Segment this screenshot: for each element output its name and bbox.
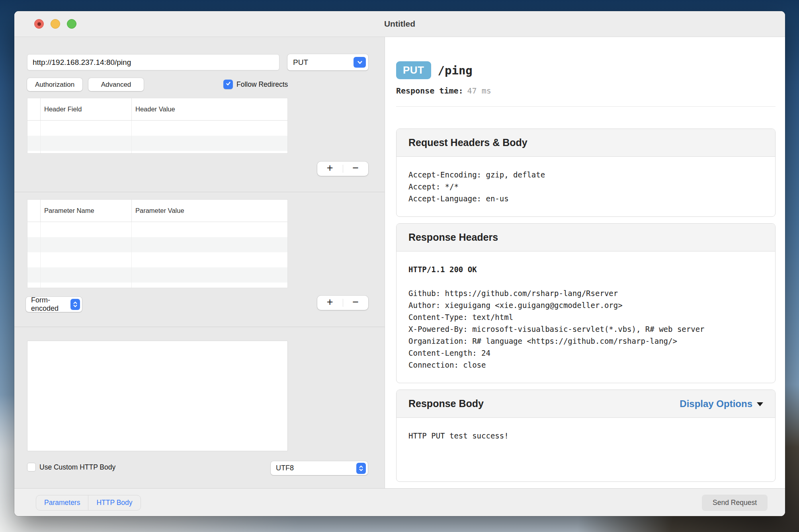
up-down-chevrons-icon [70,299,80,310]
follow-redirects-checkbox-row: Follow Redirects [223,80,288,89]
response-time-value: 47 ms [467,86,491,95]
params-table-gutter [27,200,41,222]
authorization-button[interactable]: Authorization [27,78,82,91]
table-row[interactable] [27,222,287,237]
response-header-line: Organization: R# language <https://githu… [408,335,763,347]
response-body-text: HTTP PUT test success! [408,430,763,442]
parameters-link[interactable]: Parameters [36,495,88,510]
remove-param-button[interactable]: − [343,296,369,310]
response-time: Response time:47 ms [396,86,776,95]
url-input[interactable] [27,54,279,70]
window-title: Untitled [14,11,785,37]
table-row[interactable] [27,267,287,283]
table-row[interactable] [27,121,287,136]
response-headers-card: Response Headers HTTP/1.1 200 OK Github:… [396,223,776,383]
status-line: HTTP/1.1 200 OK [408,263,763,275]
response-header-line: Connection: close [408,359,763,371]
custom-body-checkbox-row: Use Custom HTTP Body [27,463,115,472]
follow-redirects-label: Follow Redirects [236,80,288,89]
response-header-line: X-Powered-By: microsoft-visualbasic-serv… [408,323,763,335]
headers-table-col-field: Header Field [41,98,132,120]
section-divider [14,192,385,192]
remove-header-button[interactable]: − [343,162,369,176]
request-header-line: Accept-Language: en-us [408,193,763,205]
response-time-label: Response time: [396,86,463,95]
request-header-line: Accept: */* [408,181,763,193]
table-row[interactable] [27,237,287,252]
add-param-button[interactable]: + [317,296,343,310]
response-headers-card-body: HTTP/1.1 200 OK Github: https://github.c… [397,251,775,383]
request-header-line: Accept-Encoding: gzip, deflate [408,169,763,181]
charset-select-value: UTF8 [276,464,356,472]
use-custom-http-body-checkbox[interactable] [27,463,36,472]
titlebar: Untitled [14,11,785,37]
params-add-remove-control: + − [317,296,368,310]
add-header-button[interactable]: + [317,162,343,176]
request-headers-card-body: Accept-Encoding: gzip, deflate Accept: *… [397,157,775,216]
response-body-card-header: Response Body Display Options [397,390,775,418]
request-params-table[interactable]: Parameter Name Parameter Value [27,199,288,288]
chevron-down-icon [354,57,366,68]
response-headers-card-title: Response Headers [408,232,763,243]
charset-select[interactable]: UTF8 [271,461,368,475]
response-summary: PUT /ping [396,61,776,79]
summary-divider [396,106,776,107]
table-row[interactable] [27,136,287,151]
response-header-line: Content-Type: text/html [408,311,763,323]
method-select-value: PUT [293,58,354,67]
headers-table-col-value: Header Value [132,98,287,120]
custom-http-body-textarea[interactable] [27,341,288,451]
request-pane: PUT Authorization Advanced Follow Redire… [14,37,385,488]
advanced-button[interactable]: Advanced [88,78,144,91]
request-headers-card: Request Headers & Body Accept-Encoding: … [396,129,776,217]
request-headers-card-title: Request Headers & Body [408,137,763,148]
method-badge: PUT [396,61,431,79]
response-header-line: Github: https://github.com/rsharp-lang/R… [408,287,763,299]
section-divider [14,327,385,327]
check-icon [225,81,231,88]
use-custom-http-body-label: Use Custom HTTP Body [39,463,115,472]
table-row[interactable] [27,252,287,267]
headers-table-header-row: Header Field Header Value [27,98,287,121]
app-window: Untitled PUT Authorization Advanced Foll… [14,11,785,516]
method-select[interactable]: PUT [287,54,368,70]
response-header-line: Content-Length: 24 [408,347,763,359]
request-path: /ping [438,64,473,77]
params-table-col-value: Parameter Value [132,200,287,222]
bottom-bar: Parameters HTTP Body Send Request [14,488,785,516]
request-headers-table[interactable]: Header Field Header Value [27,98,288,154]
up-down-chevrons-icon [356,463,366,474]
response-pane: PUT /ping Response time:47 ms Request He… [385,37,785,488]
dropdown-arrow-icon [757,402,763,406]
encoding-select-value: Form-encoded [31,296,70,313]
http-body-link[interactable]: HTTP Body [88,495,140,510]
display-options-label: Display Options [680,398,752,409]
headers-add-remove-control: + − [317,162,368,176]
response-headers-card-header: Response Headers [397,224,775,251]
response-body-card-title: Response Body [408,398,680,409]
table-row[interactable] [27,283,287,288]
table-row[interactable] [27,151,287,154]
response-body-card: Response Body Display Options HTTP PUT t… [396,390,776,482]
send-request-button[interactable]: Send Request [702,495,768,511]
encoding-select[interactable]: Form-encoded [26,297,82,312]
pane-switcher: Parameters HTTP Body [36,495,141,511]
headers-table-gutter [27,98,41,120]
follow-redirects-checkbox[interactable] [223,80,233,89]
display-options-button[interactable]: Display Options [680,398,763,409]
params-table-col-name: Parameter Name [41,200,132,222]
response-header-line: Author: xieguigang <xie.guigang@gcmodell… [408,299,763,311]
params-table-header-row: Parameter Name Parameter Value [27,200,287,222]
request-headers-card-header: Request Headers & Body [397,129,775,157]
response-body-card-body: HTTP PUT test success! [397,418,775,481]
